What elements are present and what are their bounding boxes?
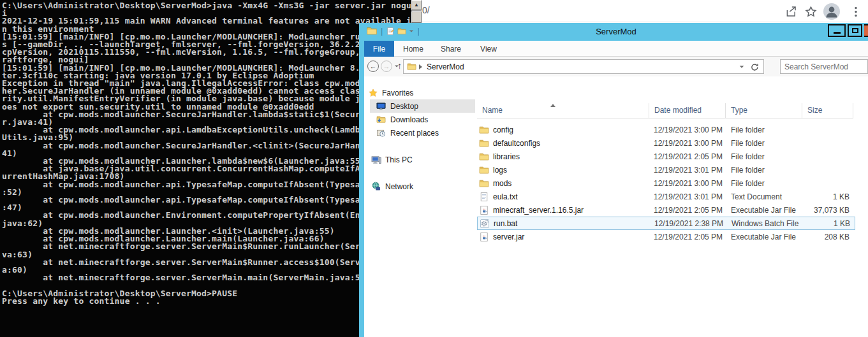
file-size: 208 KB (802, 233, 853, 241)
file-type: Text Document (726, 192, 802, 201)
file-date: 12/19/2021 2:05 PM (649, 233, 726, 241)
browser-address-text[interactable]: 0/ (422, 5, 430, 15)
file-name: mods (493, 179, 511, 188)
file-type: File folder (726, 139, 802, 148)
file-row-eula-txt[interactable]: eula.txt 12/19/2021 3:01 PM Text Documen… (477, 190, 855, 203)
file-row-config[interactable]: config 12/19/2021 3:00 PM File folder (477, 123, 855, 136)
browser-menu-dots-icon[interactable] (849, 4, 863, 18)
sidebar-item-favorites[interactable]: Favorites (367, 86, 474, 99)
file-name: logs (493, 166, 507, 175)
tab-share[interactable]: Share (438, 41, 464, 57)
bookmark-star-icon[interactable] (804, 4, 818, 18)
file-name: run.bat (494, 219, 517, 228)
sidebar-item-recent-places[interactable]: Recent places (376, 126, 474, 140)
sidebar-item-desktop[interactable]: Desktop (370, 99, 475, 113)
file-name: config (493, 125, 513, 134)
file-size: 1 KB (802, 192, 853, 201)
sidebar-item-this-pc[interactable]: This PC (371, 153, 474, 166)
file-type: Executable Jar File (726, 206, 802, 215)
folder-icon (479, 125, 489, 135)
file-type: File folder (726, 125, 802, 134)
file-name: libraries (493, 152, 520, 161)
file-type: Windows Batch File (726, 219, 803, 228)
network-icon (371, 182, 381, 191)
folder-icon (479, 178, 489, 189)
scrollbar-thumb[interactable] (411, 11, 422, 23)
explorer-window: | | ServerMod File Home Share View ← → ↑ (359, 23, 868, 337)
file-date: 12/19/2021 3:01 PM (649, 166, 726, 175)
text-document-icon (479, 192, 489, 202)
file-type: File folder (726, 179, 802, 188)
favorites-star-icon (367, 89, 378, 97)
sort-ascending-icon (550, 104, 555, 107)
file-row-logs[interactable]: logs 12/19/2021 3:01 PM File folder (477, 163, 855, 176)
search-input[interactable] (781, 60, 867, 73)
minimize-button[interactable] (828, 24, 846, 37)
file-date: 12/19/2021 2:05 PM (649, 152, 726, 161)
file-row-server-jar[interactable]: server.jar 12/19/2021 2:05 PM Executable… (477, 230, 855, 243)
navigation-pane: Favorites Desktop Downloads Recent place… (364, 76, 477, 337)
tab-view[interactable]: View (476, 41, 501, 57)
file-size: 37,073 KB (802, 206, 853, 215)
file-row-libraries[interactable]: libraries 12/19/2021 2:05 PM File folder (477, 150, 855, 163)
sidebar-item-label: Desktop (390, 102, 418, 111)
file-date: 12/19/2021 2:05 PM (649, 206, 726, 215)
jar-file-icon (479, 232, 489, 242)
file-row-minecraft-server-jar[interactable]: minecraft_server.1.16.5.jar 12/19/2021 2… (477, 203, 855, 217)
column-header-label: Name (482, 106, 503, 115)
column-header-date-modified[interactable]: Date modified (649, 103, 726, 118)
file-date: 12/19/2021 3:00 PM (649, 139, 726, 148)
this-pc-icon (371, 155, 381, 165)
sidebar-item-label: Favorites (382, 89, 413, 97)
sidebar-item-label: Network (385, 182, 413, 191)
address-bar[interactable]: ServerMod (403, 59, 764, 74)
column-headers: Name Date modified Type Size (477, 103, 853, 118)
column-header-type[interactable]: Type (726, 103, 802, 118)
tab-file[interactable]: File (364, 41, 394, 57)
screen: 0/ C:\Users\Administrator\Desktop\Server… (0, 0, 868, 337)
close-button[interactable] (864, 24, 868, 37)
sidebar-item-label: Downloads (390, 115, 428, 124)
explorer-titlebar[interactable]: | | ServerMod (364, 23, 868, 41)
file-rows: config 12/19/2021 3:00 PM File folder de… (477, 123, 855, 243)
file-row-defaultconfigs[interactable]: defaultconfigs 12/19/2021 3:00 PM File f… (477, 136, 855, 150)
scroll-up-icon[interactable]: ▲ (411, 0, 422, 10)
up-one-level-button[interactable]: ↑ (397, 61, 402, 71)
recent-places-icon (376, 128, 386, 138)
file-date: 12/19/2021 3:00 PM (649, 125, 726, 134)
file-list-pane: Name Date modified Type Size config 12/1… (477, 76, 868, 337)
breadcrumb-location[interactable]: ServerMod (427, 62, 464, 71)
file-type: Executable Jar File (726, 233, 802, 241)
downloads-icon (376, 115, 386, 124)
file-date: 12/19/2021 3:01 PM (649, 192, 726, 201)
maximize-button[interactable] (848, 24, 862, 37)
column-header-size[interactable]: Size (802, 103, 853, 118)
column-header-name[interactable]: Name (477, 103, 649, 118)
file-row-run-bat[interactable]: run.bat 12/19/2021 2:38 PM Windows Batch… (477, 217, 855, 230)
tab-home[interactable]: Home (399, 41, 428, 57)
breadcrumb-arrow-icon[interactable] (419, 64, 422, 69)
share-icon[interactable] (784, 4, 798, 18)
file-name: defaultconfigs (493, 139, 540, 148)
address-folder-icon (407, 62, 416, 71)
file-row-mods[interactable]: mods 12/19/2021 3:00 PM File folder (477, 176, 855, 190)
ribbon-tabs: File Home Share View (364, 41, 868, 57)
refresh-icon[interactable] (750, 62, 760, 72)
sidebar-item-label: Recent places (390, 129, 439, 138)
file-type: File folder (726, 166, 802, 175)
file-size: 1 KB (803, 219, 854, 228)
address-bar-row: ← → ↑ ServerMod (364, 57, 868, 76)
sidebar-item-network[interactable]: Network (371, 180, 474, 193)
file-type: File folder (726, 152, 802, 161)
back-button[interactable]: ← (367, 61, 379, 72)
forward-button[interactable]: → (381, 61, 392, 72)
folder-icon (479, 138, 489, 148)
file-date: 12/19/2021 2:38 PM (650, 219, 726, 228)
profile-avatar[interactable] (823, 3, 840, 20)
file-name: eula.txt (493, 192, 518, 201)
file-name: minecraft_server.1.16.5.jar (493, 206, 584, 215)
jar-file-icon (479, 205, 489, 215)
folder-icon (479, 152, 489, 162)
sidebar-item-downloads[interactable]: Downloads (376, 113, 474, 126)
address-dropdown-icon[interactable] (740, 66, 744, 68)
